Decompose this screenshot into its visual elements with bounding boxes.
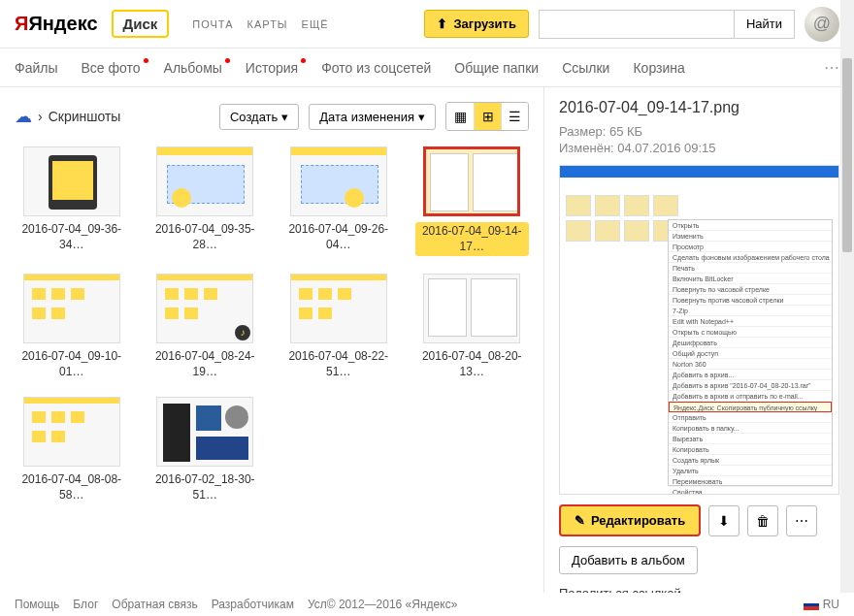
download-button[interactable]: ⬇: [708, 505, 739, 536]
more-button[interactable]: ⋯: [786, 505, 817, 536]
edit-button[interactable]: ✎Редактировать: [559, 504, 701, 536]
file-name: 2016-07-04_09-26-04…: [281, 222, 396, 252]
file-item[interactable]: 2016-07-02_18-30-51…: [148, 397, 263, 503]
nav-trash[interactable]: Корзина: [633, 60, 684, 76]
file-name: 2016-07-04_09-10-01…: [15, 349, 129, 379]
file-thumbnail: [290, 146, 387, 216]
nav-albums[interactable]: Альбомы: [164, 60, 222, 76]
file-name: 2016-07-04_09-36-34…: [15, 222, 129, 252]
file-item[interactable]: 2016-07-04_09-26-04…: [281, 146, 396, 256]
upload-icon: ⬆: [437, 16, 447, 31]
file-name: 2016-07-04_08-20-13…: [415, 349, 530, 379]
create-label: Создать: [230, 110, 278, 124]
file-modified: Изменён: 04.07.2016 09:15: [559, 141, 839, 155]
scrollbar[interactable]: [840, 0, 854, 593]
file-thumbnail: [423, 274, 520, 343]
file-item[interactable]: 2016-07-04_08-08-58…: [15, 397, 129, 503]
nav-links[interactable]: Ссылки: [562, 60, 609, 76]
file-name: 2016-07-04_09-14-17…: [415, 222, 530, 256]
chevron-down-icon: ▾: [418, 110, 425, 124]
edit-label: Редактировать: [591, 513, 685, 528]
top-links: ПОЧТА КАРТЫ ЕЩЁ: [192, 18, 328, 30]
breadcrumb-sep: ›: [38, 109, 43, 124]
file-thumbnail: [156, 397, 253, 467]
cloud-icon[interactable]: ☁: [15, 106, 32, 127]
create-button[interactable]: Создать▾: [219, 104, 299, 130]
toolbar: ☁ › Скриншоты Создать▾ Дата изменения▾ ▦…: [15, 102, 529, 131]
user-avatar[interactable]: @: [805, 7, 839, 42]
search-button[interactable]: Найти: [734, 11, 794, 38]
footer-copyright: Усл© 2012—2016 «Яндекс»: [308, 598, 457, 611]
file-grid: 2016-07-04_09-36-34…2016-07-04_09-35-28……: [15, 146, 529, 503]
file-thumbnail: [23, 146, 120, 216]
file-title: 2016-07-04_09-14-17.png: [559, 99, 839, 116]
breadcrumb: ☁ › Скриншоты: [15, 106, 120, 127]
footer-feedback[interactable]: Обратная связь: [112, 598, 197, 611]
view-large-icon[interactable]: ▦: [446, 103, 474, 130]
file-thumbnail: [23, 274, 120, 343]
lang-switcher[interactable]: RU: [804, 598, 839, 611]
nav-more-icon[interactable]: ⋯: [824, 58, 839, 77]
file-item[interactable]: 2016-07-04_09-36-34…: [15, 146, 129, 256]
nav-history[interactable]: История: [246, 60, 298, 76]
file-thumbnail: [156, 146, 253, 216]
pencil-icon: ✎: [575, 513, 585, 528]
file-thumbnail: [23, 397, 120, 467]
more-icon: ⋯: [795, 513, 808, 529]
view-switcher: ▦ ⊞ ☰: [445, 102, 529, 131]
upload-button[interactable]: ⬆ Загрузить: [424, 10, 528, 38]
file-actions: ✎Редактировать ⬇ 🗑 ⋯: [559, 504, 839, 536]
share-section-title: Поделиться ссылкой: [559, 586, 839, 593]
nav-files[interactable]: Файлы: [15, 60, 57, 76]
file-item[interactable]: 2016-07-04_09-35-28…: [148, 146, 263, 256]
file-thumbnail: [290, 274, 387, 343]
nav-all-photos[interactable]: Все фото: [81, 60, 140, 76]
search-box: Найти: [539, 10, 795, 39]
flag-icon: [804, 600, 819, 610]
file-item[interactable]: 2016-07-04_09-14-17…: [415, 146, 530, 256]
nav-tabs: Файлы Все фото Альбомы История Фото из с…: [0, 49, 854, 87]
top-link-mail[interactable]: ПОЧТА: [192, 18, 233, 30]
file-item[interactable]: 2016-07-04_09-10-01…: [15, 274, 129, 379]
file-name: 2016-07-04_08-24-19…: [148, 349, 263, 379]
search-input[interactable]: [540, 11, 734, 38]
trash-icon: 🗑: [756, 513, 770, 529]
nav-shared[interactable]: Общие папки: [454, 60, 539, 76]
delete-button[interactable]: 🗑: [747, 505, 778, 536]
logo-text: Яндекс: [28, 13, 97, 34]
file-name: 2016-07-04_08-08-58…: [15, 472, 129, 503]
file-browser: ☁ › Скриншоты Создать▾ Дата изменения▾ ▦…: [0, 87, 543, 593]
details-panel: 2016-07-04_09-14-17.png Размер: 65 КБ Из…: [543, 87, 854, 593]
file-size: Размер: 65 КБ: [559, 124, 839, 139]
file-item[interactable]: ♪2016-07-04_08-24-19…: [148, 274, 263, 379]
footer: Помощь Блог Обратная связь Разработчикам…: [0, 593, 854, 616]
yandex-logo[interactable]: ЯЯндекс: [15, 13, 98, 35]
file-preview[interactable]: ОткрытьИзменитьПросмотрСделать фоновым и…: [559, 165, 839, 495]
breadcrumb-current[interactable]: Скриншоты: [49, 109, 121, 124]
main-area: ☁ › Скриншоты Создать▾ Дата изменения▾ ▦…: [0, 87, 854, 593]
sort-label: Дата изменения: [319, 110, 414, 124]
file-name: 2016-07-04_09-35-28…: [148, 222, 263, 252]
footer-dev[interactable]: Разработчикам: [212, 598, 294, 611]
top-link-maps[interactable]: КАРТЫ: [247, 18, 288, 30]
top-link-more[interactable]: ЕЩЁ: [302, 18, 329, 30]
chevron-down-icon: ▾: [281, 110, 288, 124]
file-name: 2016-07-02_18-30-51…: [148, 472, 263, 503]
nav-social[interactable]: Фото из соцсетей: [321, 60, 431, 76]
view-list-icon[interactable]: ☰: [501, 103, 528, 130]
sort-button[interactable]: Дата изменения▾: [309, 104, 436, 130]
file-thumbnail: [423, 146, 520, 216]
view-grid-icon[interactable]: ⊞: [474, 103, 501, 130]
upload-label: Загрузить: [453, 16, 515, 31]
file-name: 2016-07-04_08-22-51…: [281, 349, 396, 379]
file-thumbnail: ♪: [156, 274, 253, 343]
file-item[interactable]: 2016-07-04_08-20-13…: [415, 274, 530, 379]
footer-help[interactable]: Помощь: [15, 598, 59, 611]
service-badge[interactable]: Диск: [112, 10, 170, 38]
download-icon: ⬇: [718, 513, 730, 529]
file-item[interactable]: 2016-07-04_08-22-51…: [281, 274, 396, 379]
footer-blog[interactable]: Блог: [73, 598, 98, 611]
app-header: ЯЯндекс Диск ПОЧТА КАРТЫ ЕЩЁ ⬆ Загрузить…: [0, 0, 854, 49]
add-to-album-button[interactable]: Добавить в альбом: [559, 546, 698, 574]
